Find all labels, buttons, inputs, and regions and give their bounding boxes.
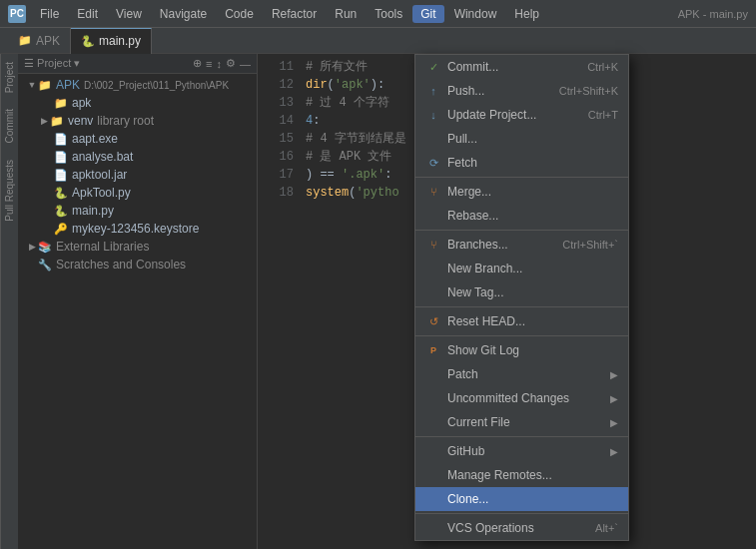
git-menu-merge[interactable]: ⑂ Merge... [415, 180, 628, 204]
tree-arrow-apk: ▼ [26, 79, 38, 91]
git-log-label: Show Git Log [447, 343, 618, 357]
tree-item-apktool-py[interactable]: 🐍 ApkTool.py [18, 184, 257, 202]
divider-2 [415, 230, 628, 231]
git-menu-manage-remotes[interactable]: Manage Remotes... [415, 463, 628, 487]
menu-view[interactable]: View [108, 5, 150, 23]
patch-arrow: ▶ [610, 369, 618, 380]
menu-edit[interactable]: Edit [69, 5, 106, 23]
menu-file[interactable]: File [32, 5, 67, 23]
tree-item-apktool[interactable]: 📄 apktool.jar [18, 166, 257, 184]
git-menu-push[interactable]: ↑ Push... Ctrl+Shift+K [415, 79, 628, 103]
patch-label: Patch [447, 367, 606, 381]
file-aapt-icon: 📄 [54, 133, 68, 146]
tree-arrow-apk-folder [42, 97, 54, 109]
panel-label: ☰ Project ▾ [24, 57, 189, 70]
menu-run[interactable]: Run [327, 5, 365, 23]
toolbar-minimize-icon[interactable]: — [240, 58, 251, 70]
vcs-ops-label: VCS Operations [447, 521, 595, 535]
git-menu-show-log[interactable]: P Show Git Log [415, 338, 628, 362]
git-menu-new-branch[interactable]: New Branch... [415, 257, 628, 280]
uncommitted-arrow: ▶ [610, 393, 618, 404]
tree-label-keystore: mykey-123456.keystore [72, 222, 199, 236]
tree-item-scratches[interactable]: 🔧 Scratches and Consoles [18, 256, 257, 274]
menu-code[interactable]: Code [217, 5, 262, 23]
tree-label-apk: APK [56, 78, 80, 92]
git-log-icon: P [425, 342, 441, 358]
python-main-icon: 🐍 [54, 205, 68, 218]
git-menu-vcs-ops[interactable]: VCS Operations Alt+` [415, 516, 628, 540]
sidebar-item-pull-requests[interactable]: Pull Requests [2, 152, 17, 230]
git-menu-github[interactable]: GitHub ▶ [415, 439, 628, 463]
tree-arrow-ext-libs: ▶ [26, 241, 38, 253]
sidebar-item-project[interactable]: Project [2, 54, 17, 101]
scratches-icon: 🔧 [38, 259, 52, 272]
git-menu-reset[interactable]: ↺ Reset HEAD... [415, 309, 628, 333]
line-num-12: 12 [266, 76, 294, 94]
activity-bar: Project Commit Pull Requests [0, 54, 18, 549]
tree-item-apk-root[interactable]: ▼ 📁 APK D:\002_Project\011_Python\APK [18, 76, 257, 94]
sidebar-item-commit[interactable]: Commit [2, 101, 17, 151]
git-menu-fetch[interactable]: ⟳ Fetch [415, 151, 628, 175]
toolbar-list-icon[interactable]: ≡ [206, 58, 212, 70]
pull-icon [425, 131, 441, 147]
commit-shortcut: Ctrl+K [587, 61, 618, 73]
menu-window[interactable]: Window [446, 5, 505, 23]
menu-help[interactable]: Help [506, 5, 547, 23]
new-tag-label: New Tag... [447, 285, 618, 299]
line-num-18: 18 [266, 184, 294, 202]
toolbar-add-icon[interactable]: ⊕ [193, 57, 202, 70]
git-menu-patch[interactable]: Patch ▶ [415, 362, 628, 386]
code-text-13: # 过 4 个字符 [306, 94, 389, 112]
branches-icon: ⑂ [425, 237, 441, 253]
tree-item-apk-folder[interactable]: 📁 apk [18, 94, 257, 112]
tree-item-analyse[interactable]: 📄 analyse.bat [18, 148, 257, 166]
git-menu-current-file[interactable]: Current File ▶ [415, 410, 628, 434]
tree-label-apk-folder: apk [72, 96, 91, 110]
window-title: APK - main.py [678, 8, 748, 20]
git-menu-rebase[interactable]: Rebase... [415, 204, 628, 228]
git-menu-pull[interactable]: Pull... [415, 127, 628, 151]
update-label: Update Project... [447, 108, 588, 122]
tab-apk[interactable]: 📁 APK [8, 28, 71, 54]
tree-label-apktool-py: ApkTool.py [72, 186, 131, 200]
tree-label-venv: venv [68, 114, 93, 128]
tree-item-venv[interactable]: ▶ 📁 venv library root [18, 112, 257, 130]
tree-item-ext-libs[interactable]: ▶ 📚 External Libraries [18, 238, 257, 256]
line-num-14: 14 [266, 112, 294, 130]
tree-arrow-scratches [26, 259, 38, 271]
tree-item-keystore[interactable]: 🔑 mykey-123456.keystore [18, 220, 257, 238]
commit-icon: ✓ [425, 59, 441, 75]
toolbar-sort-icon[interactable]: ↕ [217, 58, 223, 70]
tree-label-analyse: analyse.bat [72, 150, 133, 164]
new-tag-icon [425, 284, 441, 300]
menu-refactor[interactable]: Refactor [264, 5, 325, 23]
push-label: Push... [447, 84, 559, 98]
toolbar-settings-icon[interactable]: ⚙ [226, 57, 236, 70]
menu-git[interactable]: Git [412, 5, 443, 23]
menu-navigate[interactable]: Navigate [152, 5, 215, 23]
tree-arrow-venv: ▶ [38, 115, 50, 127]
code-text-11: # 所有文件 [306, 58, 368, 76]
menu-bar: File Edit View Navigate Code Refactor Ru… [32, 5, 547, 23]
folder-icon: 📁 [54, 97, 68, 110]
line-num-11: 11 [266, 58, 294, 76]
tree-item-aapt[interactable]: 📄 aapt.exe [18, 130, 257, 148]
git-menu-clone[interactable]: Clone... [415, 487, 628, 511]
git-menu-update[interactable]: ↓ Update Project... Ctrl+T [415, 103, 628, 127]
code-text-16: # 是 APK 文件 [306, 148, 391, 166]
git-menu-commit[interactable]: ✓ Commit... Ctrl+K [415, 55, 628, 79]
git-menu-uncommitted[interactable]: Uncommitted Changes ▶ [415, 386, 628, 410]
git-menu-branches[interactable]: ⑂ Branches... Ctrl+Shift+` [415, 233, 628, 257]
merge-label: Merge... [447, 185, 618, 199]
current-file-arrow: ▶ [610, 417, 618, 428]
folder-apk-icon: 📁 [38, 79, 52, 92]
menu-tools[interactable]: Tools [367, 5, 410, 23]
git-menu-new-tag[interactable]: New Tag... [415, 280, 628, 304]
code-text-18: system('pytho [306, 184, 399, 202]
tab-main-py[interactable]: 🐍 main.py [71, 28, 152, 54]
folder-icon: 📁 [18, 34, 32, 47]
tree-arrow-keystore [42, 223, 54, 235]
tree-arrow-apktool-py [42, 187, 54, 199]
tree-item-main-py[interactable]: 🐍 main.py [18, 202, 257, 220]
file-analyse-icon: 📄 [54, 151, 68, 164]
